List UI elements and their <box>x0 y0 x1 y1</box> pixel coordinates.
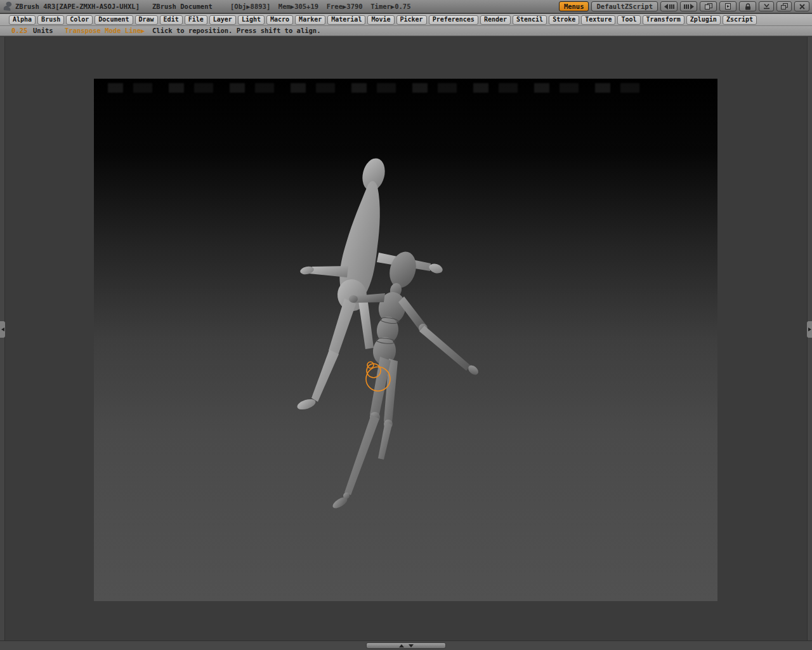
menu-item-tool[interactable]: Tool <box>617 15 640 25</box>
left-tray-toggle[interactable] <box>0 321 5 338</box>
tray-scroll-left-button[interactable] <box>660 1 678 11</box>
status-hint: Click to reposition. Press shift to alig… <box>152 26 321 36</box>
menu-item-zplugin[interactable]: Zplugin <box>686 15 721 25</box>
scene-3d-view[interactable] <box>94 79 717 601</box>
title-bar: ZBrush 4R3[ZAPE-ZMXH-ASOJ-UHXL] ZBrush D… <box>0 0 812 13</box>
bg-figure-left-thigh <box>329 298 356 355</box>
menu-item-zscript[interactable]: Zscript <box>723 15 757 25</box>
minimize-icon <box>763 3 770 10</box>
right-arrow-icon <box>808 328 811 331</box>
bg-figure-left-arm <box>309 266 348 277</box>
menu-item-light[interactable]: Light <box>238 15 265 25</box>
menu-item-color[interactable]: Color <box>66 15 93 25</box>
fg-figure-front-shin <box>344 415 379 495</box>
menu-item-picker[interactable]: Picker <box>396 15 427 25</box>
app-title: ZBrush 4R3[ZAPE-ZMXH-ASOJ-UHXL] <box>15 0 140 13</box>
session-stats: [Obj▶8893] Mem▶305+19 Free▶3790 Timer▶0.… <box>230 0 410 13</box>
restore-button[interactable] <box>776 1 792 11</box>
menu-item-transform[interactable]: Transform <box>643 15 684 25</box>
scroll-left-icon <box>664 4 674 10</box>
background-mannequin[interactable] <box>296 156 431 412</box>
tray-scroll-right-button[interactable] <box>680 1 697 11</box>
menu-item-macro[interactable]: Macro <box>266 15 293 25</box>
left-arrow-icon <box>1 328 4 331</box>
workspace-background[interactable] <box>0 37 812 650</box>
menu-bar: Alpha Brush Color Document Draw Edit Fil… <box>0 14 812 26</box>
right-tray-rail <box>807 37 812 650</box>
restore-icon <box>781 3 788 10</box>
units-value: 0.25 <box>11 26 27 36</box>
document-copy-icon <box>705 3 712 10</box>
menu-item-edit[interactable]: Edit <box>160 15 183 25</box>
titlebar-controls: Menus DefaultZScript <box>559 1 809 11</box>
document-copy-button[interactable] <box>700 1 717 11</box>
zbrush-logo-icon <box>2 1 13 15</box>
menu-item-marker[interactable]: Marker <box>295 15 325 25</box>
bg-figure-left-shin <box>311 350 339 402</box>
fg-figure-head <box>386 249 420 291</box>
menu-item-preferences[interactable]: Preferences <box>429 15 478 25</box>
menu-item-layer[interactable]: Layer <box>209 15 236 25</box>
fg-figure-left-elbow <box>349 295 358 303</box>
minimize-button[interactable] <box>759 1 774 11</box>
document-canvas[interactable] <box>94 79 717 601</box>
arrow-up-icon <box>399 644 404 647</box>
left-tray-rail <box>0 37 5 650</box>
menus-button[interactable]: Menus <box>559 1 589 11</box>
right-tray-toggle[interactable] <box>807 321 812 338</box>
document-title: ZBrush Document <box>152 0 213 13</box>
menu-item-material[interactable]: Material <box>327 15 365 25</box>
fg-figure-back-shin <box>378 421 392 460</box>
close-icon <box>799 4 805 10</box>
menu-item-stencil[interactable]: Stencil <box>513 15 547 25</box>
menu-item-alpha[interactable]: Alpha <box>9 15 36 25</box>
bg-figure-right-thigh <box>358 301 374 349</box>
menu-item-file[interactable]: File <box>185 15 207 25</box>
document-export-icon <box>724 3 732 10</box>
menu-item-document[interactable]: Document <box>95 15 133 25</box>
close-button[interactable] <box>794 1 809 11</box>
fg-figure-right-forearm <box>419 326 471 371</box>
scroll-right-icon <box>684 4 694 10</box>
lock-button[interactable] <box>739 1 756 11</box>
arrow-down-icon <box>409 644 414 647</box>
menu-item-brush[interactable]: Brush <box>37 15 64 25</box>
units-label: Units <box>33 26 53 36</box>
status-bar: 0.25 Units Transpose Mode Line▶ Click to… <box>0 26 812 36</box>
menu-item-texture[interactable]: Texture <box>581 15 615 25</box>
bottom-tray-toggle[interactable] <box>366 642 446 649</box>
menu-item-stroke[interactable]: Stroke <box>549 15 579 25</box>
bottom-tray-bar <box>0 640 812 650</box>
document-export-button[interactable] <box>719 1 737 11</box>
menu-item-render[interactable]: Render <box>480 15 511 25</box>
menu-item-movie[interactable]: Movie <box>367 15 394 25</box>
menu-item-draw[interactable]: Draw <box>135 15 158 25</box>
transpose-mode-label: Transpose Mode Line▶ <box>65 26 145 36</box>
default-zscript-button[interactable]: DefaultZScript <box>591 1 658 11</box>
lock-icon <box>745 3 751 10</box>
